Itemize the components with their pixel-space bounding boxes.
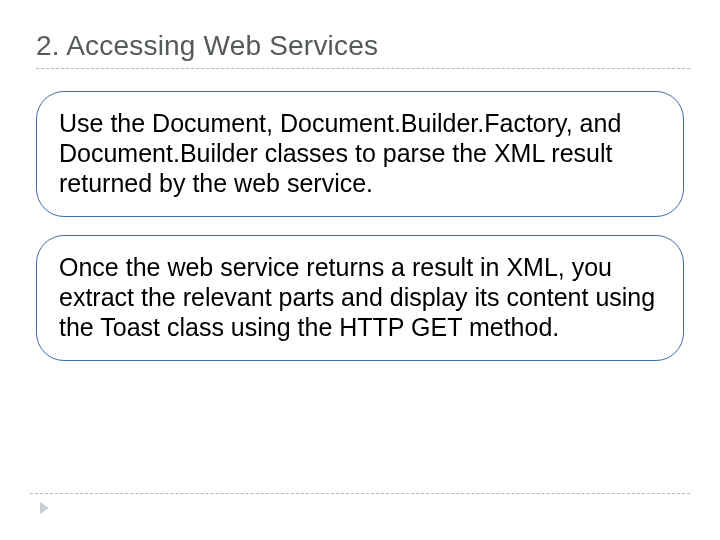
slide-heading: 2. Accessing Web Services xyxy=(36,30,690,62)
triangle-bullet-icon xyxy=(40,502,49,514)
content-box-1: Use the Document, Document.Builder.Facto… xyxy=(36,91,684,217)
content-box-1-text: Use the Document, Document.Builder.Facto… xyxy=(59,108,661,198)
footer-divider xyxy=(30,493,690,494)
content-box-2-text: Once the web service returns a result in… xyxy=(59,252,661,342)
heading-wrap: 2. Accessing Web Services xyxy=(36,30,690,69)
slide: 2. Accessing Web Services Use the Docume… xyxy=(0,0,720,540)
footer xyxy=(30,493,690,514)
heading-divider xyxy=(36,68,690,69)
content-box-2: Once the web service returns a result in… xyxy=(36,235,684,361)
